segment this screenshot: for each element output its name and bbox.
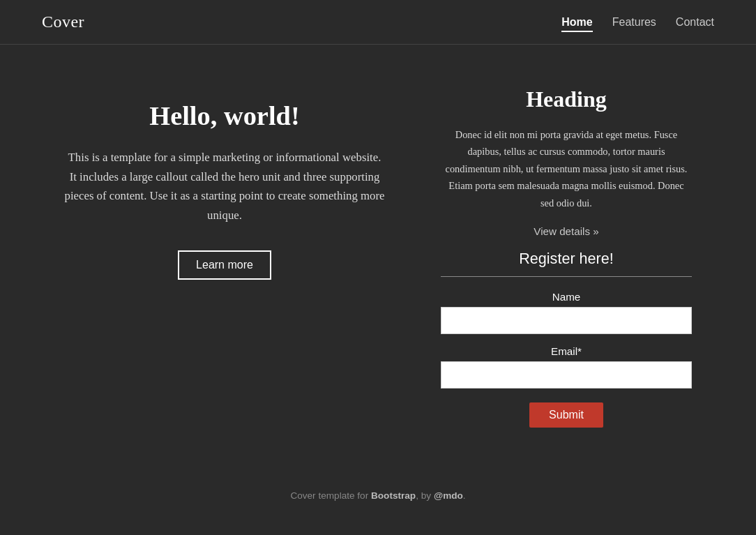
name-input[interactable]: [441, 307, 692, 334]
main-content: Hello, world! This is a template for a s…: [0, 45, 756, 455]
footer-text-after: .: [463, 490, 466, 501]
nav-link-features[interactable]: Features: [612, 16, 656, 28]
aside-heading: Heading: [441, 86, 692, 112]
register-form: Name Email* Submit: [441, 291, 692, 428]
nav-item-features[interactable]: Features: [612, 16, 656, 29]
hero-title: Hello, world!: [64, 100, 385, 131]
footer: Cover template for Bootstrap, by @mdo.: [0, 469, 756, 515]
name-label: Name: [441, 291, 692, 303]
nav-menu: Home Features Contact: [561, 16, 714, 29]
footer-bootstrap: Bootstrap: [371, 490, 416, 501]
footer-text-before: Cover template for: [290, 490, 371, 501]
hero-section: Hello, world! This is a template for a s…: [64, 86, 385, 280]
email-field-group: Email*: [441, 345, 692, 389]
navbar: Cover Home Features Contact: [0, 0, 756, 45]
email-label: Email*: [441, 345, 692, 357]
view-details-link[interactable]: View details »: [441, 225, 692, 237]
name-field-group: Name: [441, 291, 692, 334]
aside-body: Donec id elit non mi porta gravida at eg…: [441, 126, 692, 211]
nav-link-contact[interactable]: Contact: [676, 16, 714, 28]
footer-text-middle: , by: [416, 490, 434, 501]
nav-link-home[interactable]: Home: [561, 16, 592, 32]
navbar-brand[interactable]: Cover: [42, 13, 84, 31]
submit-button[interactable]: Submit: [529, 402, 603, 428]
footer-author: @mdo: [434, 490, 463, 501]
learn-more-button[interactable]: Learn more: [178, 250, 271, 280]
register-heading: Register here!: [441, 250, 692, 277]
email-input[interactable]: [441, 361, 692, 389]
hero-description: This is a template for a simple marketin…: [64, 148, 385, 225]
nav-item-home[interactable]: Home: [561, 16, 592, 29]
aside-section: Heading Donec id elit non mi porta gravi…: [441, 86, 692, 428]
nav-item-contact[interactable]: Contact: [676, 16, 714, 29]
